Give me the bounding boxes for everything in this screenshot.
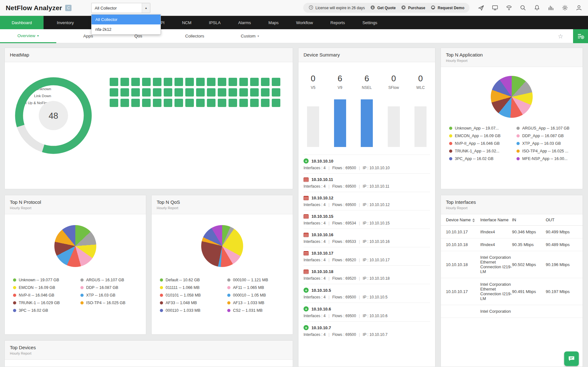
- heatmap-cell[interactable]: [174, 78, 183, 86]
- heatmap-cell[interactable]: [250, 78, 259, 86]
- heatmap-cell[interactable]: [207, 99, 215, 107]
- heatmap-cell[interactable]: [120, 88, 129, 97]
- heatmap-cell[interactable]: [196, 99, 205, 107]
- heatmap-cell[interactable]: [174, 99, 183, 107]
- heatmap-cell[interactable]: [207, 78, 215, 86]
- heatmap-cell[interactable]: [250, 99, 259, 107]
- interface-device-name[interactable]: 10.10.10.17: [441, 230, 480, 234]
- nav-item-dashboard[interactable]: Dashboard: [0, 16, 44, 29]
- interface-row[interactable]: 10.10.10.17IfIndex490.346 Mbps90.499 Mbp…: [441, 226, 583, 238]
- topbar-action-request-demo[interactable]: Request Demo: [430, 5, 464, 11]
- user-icon[interactable]: [576, 4, 582, 11]
- device-name[interactable]: 10.10.10.11: [311, 177, 333, 182]
- nav-item-inventory[interactable]: Inventory: [44, 16, 87, 29]
- device-name[interactable]: 10.10.10.16: [311, 232, 333, 237]
- phone-icon[interactable]: [506, 4, 512, 11]
- interface-row[interactable]: 10.10.10.18IfIndex490.35 Mbps90.489 Mbps: [441, 238, 583, 251]
- heatmap-cell[interactable]: [218, 78, 226, 86]
- heatmap-cell[interactable]: [250, 88, 259, 97]
- heatmap-cell[interactable]: [110, 78, 118, 86]
- heatmap-cell[interactable]: [110, 88, 118, 97]
- heatmap-cell[interactable]: [174, 88, 183, 97]
- bell-icon[interactable]: [534, 4, 540, 11]
- device-row[interactable]: 10.10.10.17Interfaces : 4|Flows : 69520|…: [304, 247, 430, 265]
- nav-item-workflow[interactable]: Workflow: [296, 16, 313, 29]
- heatmap-cell[interactable]: [110, 99, 118, 107]
- tab-overview[interactable]: Overview▾: [0, 29, 56, 43]
- heatmap-cell[interactable]: [272, 99, 280, 107]
- flow-count-bar[interactable]: [361, 99, 373, 147]
- nav-item-settings[interactable]: Settings: [362, 16, 377, 29]
- interface-device-name[interactable]: 10.10.10.18: [441, 262, 480, 267]
- heatmap-cell[interactable]: [207, 88, 215, 97]
- heatmap-cell[interactable]: [185, 88, 194, 97]
- stats-icon[interactable]: [548, 4, 554, 11]
- gear-icon[interactable]: [562, 4, 568, 11]
- nav-item-maps[interactable]: Maps: [269, 16, 279, 29]
- interface-row[interactable]: 10.10.10.17Intel Corporation Ethernet Co…: [441, 278, 583, 305]
- heatmap-cell[interactable]: [120, 78, 129, 86]
- heatmap-cell[interactable]: [164, 88, 172, 97]
- heatmap-cell[interactable]: [218, 99, 226, 107]
- column-header-out[interactable]: OUT: [546, 217, 583, 222]
- heatmap-cell[interactable]: [218, 88, 226, 97]
- device-row[interactable]: +10.10.10.7Interfaces : 4|Flows : 69500|…: [304, 321, 430, 340]
- device-row[interactable]: +10.10.10.10Interfaces : 4|Flows : 69500…: [304, 155, 430, 173]
- device-name[interactable]: 10.10.10.17: [311, 251, 333, 256]
- favorite-star-icon[interactable]: ☆: [558, 33, 563, 40]
- heatmap-cell[interactable]: [153, 78, 161, 86]
- screen-icon[interactable]: [492, 4, 498, 11]
- device-row[interactable]: 10.10.10.11Interfaces : 4|Flows : 69500|…: [304, 173, 430, 192]
- device-name[interactable]: 10.10.10.7: [311, 325, 331, 330]
- nav-item-reports[interactable]: Reports: [331, 16, 345, 29]
- heatmap-cell[interactable]: [196, 78, 205, 86]
- heatmap-cell[interactable]: [142, 99, 151, 107]
- heatmap-cell[interactable]: [185, 78, 194, 86]
- interface-device-name[interactable]: 10.10.10.17: [441, 289, 480, 294]
- tab-custom[interactable]: Custom▾: [241, 29, 259, 43]
- device-row[interactable]: +10.10.10.6Interfaces : 4|Flows : 69500|…: [304, 303, 430, 321]
- top_n_application-pie[interactable]: [491, 76, 533, 118]
- collector-option-nfa-2k12[interactable]: nfa-2k12: [92, 24, 161, 34]
- heatmap-cell[interactable]: [239, 88, 248, 97]
- heatmap-cell[interactable]: [142, 88, 151, 97]
- interface-device-name[interactable]: 10.10.10.18: [441, 242, 480, 247]
- device-row[interactable]: +10.10.10.5Interfaces : 4|Flows : 69500|…: [304, 284, 430, 303]
- flow-count-bar[interactable]: [307, 106, 319, 147]
- collector-option-all-collector[interactable]: All Collector: [92, 15, 161, 24]
- top_n_qos-pie[interactable]: [201, 225, 243, 267]
- heatmap-cell[interactable]: [261, 78, 270, 86]
- device-row[interactable]: 10.10.10.16Interfaces : 4|Flows : 69533|…: [304, 229, 430, 247]
- heatmap-cell[interactable]: [229, 99, 237, 107]
- heatmap-cell[interactable]: [229, 88, 237, 97]
- heatmap-cell[interactable]: [229, 78, 237, 86]
- topbar-action-purchase[interactable]: Purchase: [401, 5, 425, 11]
- sort-icon[interactable]: [472, 218, 475, 222]
- heatmap-cell[interactable]: [142, 78, 151, 86]
- column-header-in[interactable]: IN: [512, 217, 546, 222]
- heatmap-cell[interactable]: [131, 78, 140, 86]
- heatmap-cell[interactable]: [131, 88, 140, 97]
- device-row[interactable]: 10.10.10.18Interfaces : 4|Flows : 69520|…: [304, 265, 430, 284]
- nav-item-ipsla[interactable]: IPSLA: [209, 16, 221, 29]
- device-name[interactable]: 10.10.10.12: [311, 196, 333, 200]
- device-name[interactable]: 10.10.10.10: [311, 159, 333, 163]
- device-name[interactable]: 10.10.10.18: [311, 269, 333, 274]
- heatmap-cell[interactable]: [131, 99, 140, 107]
- flow-count-bar[interactable]: [388, 106, 400, 147]
- heatmap-cell[interactable]: [261, 99, 270, 107]
- interface-row[interactable]: Intel Corporation: [441, 305, 583, 318]
- nav-item-ncm[interactable]: NCM: [182, 16, 192, 29]
- heatmap-donut[interactable]: 48: [10, 73, 96, 158]
- heatmap-cell[interactable]: [164, 78, 172, 86]
- heatmap-cell[interactable]: [261, 88, 270, 97]
- collector-select[interactable]: All Collector ▲: [91, 3, 150, 13]
- column-header-device-name[interactable]: Device Name: [441, 217, 480, 222]
- heatmap-cell[interactable]: [164, 99, 172, 107]
- device-name[interactable]: 10.10.10.6: [311, 307, 331, 311]
- tab-collectors[interactable]: Collectors: [185, 29, 204, 43]
- heatmap-cell[interactable]: [239, 99, 248, 107]
- flow-count-bar[interactable]: [414, 106, 427, 147]
- topbar-action-get-quote[interactable]: $Get Quote: [370, 5, 396, 11]
- device-name[interactable]: 10.10.10.5: [311, 288, 331, 293]
